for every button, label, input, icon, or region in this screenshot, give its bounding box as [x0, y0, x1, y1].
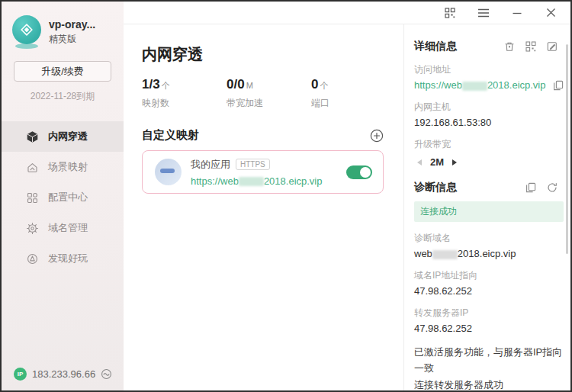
stat-label: 带宽加速 — [227, 97, 311, 110]
increase-bandwidth-button[interactable] — [452, 159, 457, 165]
sidebar-item-label: 发现好玩 — [48, 252, 88, 265]
main-menu-icon[interactable] — [477, 7, 490, 19]
app-window: vp-oray... 精英版 升级/续费 2022-11-28到期 内网穿透 — [0, 0, 572, 392]
account-info[interactable]: vp-oray... 精英版 — [12, 15, 124, 49]
sidebar-item-label: 配置中心 — [48, 191, 88, 204]
stat-value: 0/0 — [227, 77, 245, 92]
avatar — [12, 15, 43, 49]
upgrade-renew-button[interactable]: 升级/续费 — [14, 61, 111, 82]
grid-icon — [26, 191, 39, 204]
stat-value: 0 — [311, 77, 318, 92]
minimize-button[interactable] — [511, 7, 523, 19]
stat-ports: 0个 端口 — [311, 77, 329, 110]
avatar-logo-icon — [12, 15, 41, 44]
edit-icon[interactable] — [547, 41, 558, 52]
stat-mappings: 1/3个 映射数 — [142, 77, 227, 110]
account-name: vp-oray... — [49, 18, 95, 31]
bandwidth-value: 2M — [430, 156, 444, 168]
diag-domain-value: web2018.eicp.vip — [414, 248, 564, 259]
diagnostics-title: 诊断信息 — [414, 181, 525, 194]
panel-scrollbar[interactable] — [566, 44, 568, 254]
diag-domain-label: 诊断域名 — [414, 232, 564, 245]
stat-value: 1/3 — [142, 77, 160, 92]
access-url[interactable]: https://web2018.eicp.vip — [414, 79, 553, 91]
sidebar-footer: IP 183.233.96.66 — [2, 365, 124, 383]
sidebar-item-config-center[interactable]: 配置中心 — [2, 182, 124, 213]
mapping-name: 我的应用 — [191, 158, 230, 172]
custom-mapping-section-title: 自定义映射 — [142, 128, 199, 143]
app-icon — [155, 159, 182, 185]
sidebar-menu: 内网穿透 场景映射 — [2, 121, 124, 274]
sidebar-item-label: 域名管理 — [48, 221, 88, 235]
mapping-url[interactable]: https://web2018.eicp.vip — [191, 175, 346, 187]
dns-pointing-value: 47.98.62.252 — [414, 285, 564, 297]
public-ip-address: 183.233.96.66 — [32, 368, 100, 380]
redacted-text — [239, 177, 264, 186]
stats-row: 1/3个 映射数 0/0M 带宽加速 0个 端口 — [142, 77, 384, 110]
cube-icon — [26, 130, 39, 143]
intranet-host-value: 192.168.61.53:80 — [414, 117, 564, 128]
sidebar-item-label: 场景映射 — [48, 160, 88, 174]
toggle-knob — [360, 167, 371, 178]
scene-icon — [26, 161, 39, 174]
page-title: 内网穿透 — [142, 44, 384, 65]
network-status-icon[interactable] — [100, 368, 113, 381]
redacted-text — [432, 250, 458, 259]
stat-unit: 个 — [162, 81, 170, 90]
copy-diagnostics-icon[interactable] — [525, 182, 536, 193]
titlebar — [124, 2, 570, 24]
app-icon-bar — [160, 169, 175, 173]
decrease-bandwidth-button[interactable] — [417, 159, 422, 165]
delete-icon[interactable] — [504, 41, 515, 52]
stat-label: 端口 — [311, 97, 329, 110]
access-url-label: 访问地址 — [414, 63, 564, 76]
scan-qr-icon[interactable] — [444, 7, 456, 19]
details-title: 详细信息 — [414, 40, 504, 53]
bandwidth-stepper: 2M — [414, 156, 564, 168]
stat-bandwidth: 0/0M 带宽加速 — [227, 77, 311, 110]
protocol-badge: HTTPS — [236, 159, 270, 170]
close-button[interactable] — [545, 7, 557, 19]
copy-icon[interactable] — [553, 80, 564, 91]
main-content: 内网穿透 1/3个 映射数 0/0M 带宽加速 0个 端口 自定义映射 — [124, 24, 403, 390]
stat-unit: M — [246, 81, 253, 90]
intranet-host-label: 内网主机 — [414, 101, 564, 114]
avatar-base — [15, 43, 38, 49]
sidebar-item-intranet-tunnel[interactable]: 内网穿透 — [2, 121, 124, 152]
sidebar-item-discover[interactable]: 发现好玩 — [2, 243, 124, 274]
redacted-text — [462, 82, 487, 91]
bandwidth-label: 升级带宽 — [414, 138, 564, 151]
dns-pointing-label: 域名IP地址指向 — [414, 269, 564, 282]
compass-icon — [26, 252, 39, 265]
account-edition: 精英版 — [49, 33, 95, 46]
gear-icon — [26, 222, 39, 235]
ip-badge-icon: IP — [14, 368, 27, 381]
forward-server-label: 转发服务器IP — [414, 307, 564, 320]
qr-code-icon[interactable] — [525, 41, 536, 52]
mapping-enable-toggle[interactable] — [346, 165, 372, 179]
sidebar-item-scene-mapping[interactable]: 场景映射 — [2, 152, 124, 182]
sidebar-item-domain-management[interactable]: 域名管理 — [2, 213, 124, 243]
forward-server-value: 47.98.62.252 — [414, 323, 564, 334]
sidebar-item-label: 内网穿透 — [48, 130, 88, 143]
expiry-date: 2022-11-28到期 — [2, 90, 124, 103]
stat-label: 映射数 — [142, 97, 227, 110]
stat-unit: 个 — [320, 81, 328, 90]
diagnostics-summary: 已激活服务功能，与服务器IP指向一致 连接转发服务器成功 — [414, 344, 564, 392]
add-mapping-button[interactable] — [370, 129, 384, 143]
refresh-icon[interactable] — [547, 182, 558, 193]
sidebar: vp-oray... 精英版 升级/续费 2022-11-28到期 内网穿透 — [2, 2, 124, 390]
connection-status-banner: 连接成功 — [414, 201, 564, 222]
details-panel: 详细信息 — [403, 24, 570, 390]
mapping-card[interactable]: 我的应用 HTTPS https://web2018.eicp.vip — [142, 150, 384, 194]
